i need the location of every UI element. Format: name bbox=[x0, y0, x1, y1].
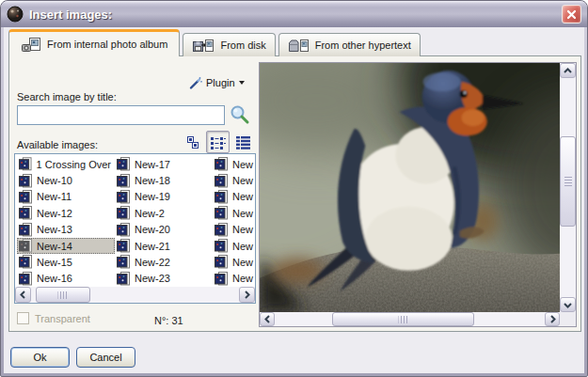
transparent-option: Transparent bbox=[17, 312, 90, 324]
list-item-label: New-18 bbox=[133, 175, 172, 186]
list-item-label: New bbox=[230, 257, 255, 268]
image-file-icon bbox=[215, 255, 228, 269]
scroll-thumb[interactable] bbox=[332, 312, 474, 326]
tab-strip: From internal photo album From disk bbox=[8, 27, 421, 56]
scrollbar-corner bbox=[560, 312, 576, 326]
transparent-checkbox[interactable] bbox=[17, 312, 29, 324]
list-item[interactable]: New bbox=[213, 189, 255, 205]
available-images-list[interactable]: 1 Crossing OverNew-10New-11New-12New-13N… bbox=[14, 153, 256, 304]
list-item[interactable]: New-21 bbox=[115, 238, 213, 254]
image-file-icon bbox=[19, 157, 32, 171]
window-title: Insert images: bbox=[29, 8, 556, 22]
list-item[interactable]: New-22 bbox=[115, 254, 213, 270]
available-images-label: Available images: bbox=[17, 139, 98, 150]
list-item[interactable]: New bbox=[213, 254, 255, 270]
list-item-label: New bbox=[230, 191, 255, 202]
scroll-thumb[interactable] bbox=[560, 136, 576, 227]
image-file-icon bbox=[19, 174, 32, 188]
list-item[interactable]: New-16 bbox=[17, 271, 115, 287]
scroll-down-button[interactable] bbox=[560, 297, 576, 312]
search-icon[interactable] bbox=[229, 103, 251, 126]
list-item[interactable]: New bbox=[213, 271, 255, 287]
image-file-icon bbox=[19, 255, 32, 269]
hypertext-icon bbox=[288, 38, 310, 54]
preview-horizontal-scrollbar[interactable] bbox=[260, 312, 560, 326]
list-item[interactable]: New-10 bbox=[17, 172, 115, 188]
search-label: Search image by title: bbox=[17, 91, 117, 102]
list-view-icon[interactable] bbox=[206, 131, 230, 153]
list-item[interactable]: New-18 bbox=[115, 172, 213, 188]
image-file-icon bbox=[117, 223, 130, 237]
tab-content-panel: Plugin Search image by title: Available … bbox=[8, 55, 581, 332]
image-file-icon bbox=[215, 190, 228, 204]
list-item[interactable]: New-12 bbox=[17, 205, 115, 221]
list-column: 1 Crossing OverNew-10New-11New-12New-13N… bbox=[17, 156, 115, 287]
image-file-icon bbox=[215, 223, 228, 237]
sort-icon[interactable] bbox=[181, 131, 204, 153]
list-item[interactable]: New-17 bbox=[115, 156, 213, 172]
scroll-left-button[interactable] bbox=[15, 287, 31, 303]
image-file-icon bbox=[215, 272, 228, 286]
list-item-label: New bbox=[230, 241, 255, 252]
photo-album-icon bbox=[21, 37, 41, 53]
list-item[interactable]: New-15 bbox=[17, 254, 115, 270]
list-item-label: New-16 bbox=[35, 273, 74, 284]
list-item-label: New-14 bbox=[35, 241, 74, 252]
image-count: N°: 31 bbox=[154, 315, 183, 326]
tab-label: From disk bbox=[220, 39, 265, 51]
scroll-left-button[interactable] bbox=[260, 312, 275, 326]
list-item-label: New bbox=[230, 224, 255, 235]
close-button[interactable] bbox=[562, 5, 581, 24]
scroll-right-button[interactable] bbox=[545, 312, 560, 326]
scroll-right-button[interactable] bbox=[239, 287, 255, 303]
details-view-icon[interactable] bbox=[231, 131, 255, 153]
image-file-icon bbox=[19, 190, 32, 204]
search-input[interactable] bbox=[17, 105, 225, 125]
image-preview-pane bbox=[259, 62, 577, 327]
scroll-up-button[interactable] bbox=[560, 63, 576, 78]
image-file-icon bbox=[19, 223, 32, 237]
list-item[interactable]: New bbox=[213, 222, 255, 238]
list-item[interactable]: New bbox=[213, 172, 255, 188]
plugin-button[interactable]: Plugin bbox=[184, 72, 248, 93]
list-column: NewNewNewNewNewNewNewNew bbox=[213, 156, 255, 287]
list-item[interactable]: New-20 bbox=[115, 222, 213, 238]
scroll-track[interactable] bbox=[275, 312, 545, 326]
list-item-label: 1 Crossing Over bbox=[35, 159, 113, 170]
list-item[interactable]: New-14 bbox=[17, 238, 115, 254]
list-item[interactable]: New-13 bbox=[17, 222, 115, 238]
scroll-thumb[interactable] bbox=[36, 287, 90, 303]
list-item[interactable]: New-2 bbox=[115, 205, 213, 221]
thumb-grip bbox=[564, 177, 572, 187]
tab-from-other-hypertext[interactable]: From other hypertext bbox=[278, 33, 421, 56]
list-item-label: New-21 bbox=[133, 241, 172, 252]
tab-internal-photo-album[interactable]: From internal photo album bbox=[8, 29, 180, 56]
list-item[interactable]: New bbox=[213, 238, 255, 254]
list-item[interactable]: New-19 bbox=[115, 189, 213, 205]
image-file-icon bbox=[117, 206, 130, 220]
preview-image bbox=[260, 63, 560, 312]
app-icon bbox=[7, 6, 24, 23]
wand-icon bbox=[188, 76, 202, 90]
tab-from-disk[interactable]: From disk bbox=[183, 33, 275, 56]
image-file-icon bbox=[19, 272, 32, 286]
list-item[interactable]: New bbox=[213, 156, 255, 172]
scroll-track[interactable] bbox=[31, 287, 239, 303]
list-item[interactable]: New-23 bbox=[115, 271, 213, 287]
scroll-track[interactable] bbox=[560, 78, 576, 297]
list-item-label: New bbox=[230, 208, 255, 219]
close-icon bbox=[566, 9, 577, 20]
ok-button[interactable]: Ok bbox=[10, 347, 70, 368]
tab-label: From internal photo album bbox=[47, 39, 167, 50]
list-item[interactable]: New bbox=[213, 205, 255, 221]
cancel-button[interactable]: Cancel bbox=[76, 347, 135, 368]
list-horizontal-scrollbar[interactable] bbox=[15, 287, 255, 303]
titlebar[interactable]: Insert images: bbox=[1, 1, 587, 27]
list-item[interactable]: New-11 bbox=[17, 189, 115, 205]
preview-vertical-scrollbar[interactable] bbox=[560, 63, 576, 312]
transparent-label: Transparent bbox=[35, 313, 90, 324]
list-item-label: New-20 bbox=[133, 224, 172, 235]
list-item[interactable]: 1 Crossing Over bbox=[17, 156, 115, 172]
plugin-label: Plugin bbox=[206, 77, 235, 88]
list-columns: 1 Crossing OverNew-10New-11New-12New-13N… bbox=[17, 156, 255, 287]
